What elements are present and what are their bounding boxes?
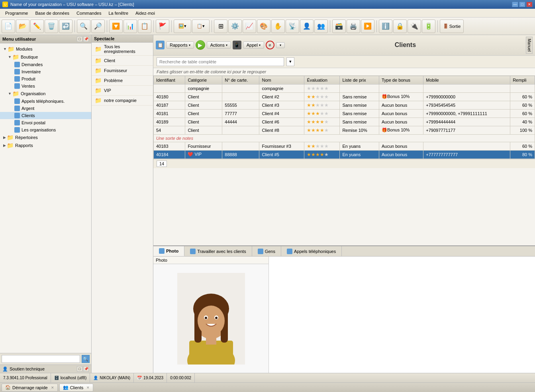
rss-button[interactable]: 📡 xyxy=(286,20,299,33)
tree-item-demandes[interactable]: Demandes xyxy=(0,61,91,68)
appel-button[interactable]: Appel ▾ xyxy=(243,41,264,49)
tree-item-repertoires[interactable]: ▶ 📁 Répertoires xyxy=(0,133,91,141)
minimize-button[interactable]: — xyxy=(512,2,518,7)
lock-button[interactable]: 🔒 xyxy=(393,20,407,33)
menu-database[interactable]: Base de données xyxy=(31,10,73,17)
undo-button[interactable]: ↩️ xyxy=(59,20,73,33)
new-button[interactable]: 📄 xyxy=(2,20,15,33)
tree-item-ventes[interactable]: Ventes xyxy=(0,82,91,90)
plugin-button[interactable]: 🔌 xyxy=(408,20,421,33)
cell-card xyxy=(222,84,259,92)
list-button[interactable]: 📋▾ xyxy=(192,20,210,33)
menu-commandes[interactable]: Commandes xyxy=(73,10,105,17)
edit-button[interactable]: ✏️ xyxy=(30,20,44,33)
actions-button[interactable]: Actions ▾ xyxy=(207,41,231,49)
col-header-prix[interactable]: Liste de prix xyxy=(340,76,379,84)
col-header-rempli[interactable]: Rempli xyxy=(510,76,535,84)
tree-item-envoi[interactable]: Envoi postal xyxy=(0,119,91,126)
user-button[interactable]: 👤 xyxy=(300,20,314,33)
hand-button[interactable]: ✋ xyxy=(271,20,285,33)
tree-item-boutique[interactable]: ▼ 📁 Boutique xyxy=(0,53,91,61)
table-row[interactable]: 40184❤️ VIP88888Client #5★★★★★En yuansAu… xyxy=(154,150,535,159)
delete-button[interactable]: 🗑️ xyxy=(45,20,58,33)
users-button[interactable]: 👥 xyxy=(314,20,328,33)
col-header-card[interactable]: N° de carte. xyxy=(222,76,259,84)
spec-item-fournisseur[interactable]: 📁 Fournisseur xyxy=(92,66,153,76)
stats-button[interactable]: 📈 xyxy=(243,20,256,33)
table-row[interactable]: 40183FournisseurFournisseur #3★★★★★En yu… xyxy=(154,142,535,150)
tree-item-appels[interactable]: Appels téléphoniques. xyxy=(0,98,91,105)
spec-item-all[interactable]: 📁 Tous les enregistrements xyxy=(92,43,153,56)
table-row[interactable]: 40187Client55555Client #3★★★★★Sans remis… xyxy=(154,101,535,109)
table-row[interactable]: 40189Client44444Client #6★★★★★Sans remis… xyxy=(154,118,535,126)
tree-item-produit[interactable]: Produit xyxy=(0,75,91,82)
sortie-button[interactable]: 🚪 Sortie xyxy=(440,20,464,33)
table-button[interactable]: 🗃️ xyxy=(332,20,346,33)
sidebar-restore-button[interactable]: □ xyxy=(77,36,82,42)
tree-item-clients[interactable]: Clients xyxy=(0,112,91,119)
color-button[interactable]: 🎨 xyxy=(257,20,270,33)
tab-travailler[interactable]: Travailler avec les clients xyxy=(184,246,252,256)
sidebar-pin-button[interactable]: 📌 xyxy=(83,36,89,42)
menu-window[interactable]: La fenêtre xyxy=(105,10,132,17)
tree-item-organisations[interactable]: Les organisations xyxy=(0,126,91,133)
actions-run-button[interactable]: ▶ xyxy=(196,40,205,50)
tab-photo[interactable]: Photo xyxy=(153,246,184,256)
close-button[interactable]: ✕ xyxy=(526,2,533,7)
print-button[interactable]: 🖨️ xyxy=(347,20,360,33)
filter3-button[interactable]: 📋 xyxy=(138,20,151,33)
task-clients[interactable]: 👥 Clients ✕ xyxy=(59,384,94,392)
tab-appels[interactable]: Appels téléphoniques xyxy=(281,246,342,256)
manual-button[interactable]: Manuel xyxy=(526,37,533,54)
extra-button[interactable]: ▾ xyxy=(276,42,285,48)
tree-item-modules[interactable]: ▼ 📁 Modules xyxy=(0,45,91,53)
table-row[interactable]: 40181Client77777Client #4★★★★★Sans remis… xyxy=(154,109,535,118)
support-pin-button[interactable]: 📌 xyxy=(83,366,89,372)
col-header-mobile[interactable]: Mobile xyxy=(423,76,510,84)
tree-label-organisation: Organisation xyxy=(21,91,45,96)
rapports-button[interactable]: Rapports ▾ xyxy=(166,41,194,49)
table-row[interactable]: 40180ClientClient #2★★★★★Sans remise🎁Bon… xyxy=(154,92,535,101)
spec-item-vip[interactable]: 📁 VIP xyxy=(92,86,153,96)
table-row[interactable]: 54ClientClient #8★★★★★Remise 10%🎁Bonus 1… xyxy=(154,126,535,134)
task-demarrage[interactable]: 🏠 Démarrage rapide ✕ xyxy=(2,384,58,392)
menu-help[interactable]: Aidez-moi xyxy=(132,10,159,17)
tree-item-argent[interactable]: Argent xyxy=(0,105,91,112)
info-button[interactable]: ℹ️ xyxy=(379,20,392,33)
open-button[interactable]: 📂 xyxy=(16,20,29,33)
menu-programme[interactable]: Programme xyxy=(2,10,31,17)
grid-button[interactable]: ⊞ xyxy=(214,20,227,33)
data-table-container[interactable]: Identifiant Catégorie N° de carte. Nom É… xyxy=(153,76,535,245)
search-dropdown-button[interactable]: ▾ xyxy=(286,57,294,66)
col-header-name[interactable]: Nom xyxy=(259,76,304,84)
support-restore-button[interactable]: □ xyxy=(77,366,82,372)
spec-item-company[interactable]: 📁 notre compagnie xyxy=(92,96,153,106)
table-row[interactable]: Une sorte de notes xyxy=(154,134,535,142)
task-close-demarrage[interactable]: ✕ xyxy=(51,386,54,390)
filter2-button[interactable]: 📊 xyxy=(123,20,137,33)
photo-button[interactable]: 🖼️▾ xyxy=(174,20,191,33)
maximize-button[interactable]: □ xyxy=(519,2,525,7)
search2-button[interactable]: 🔎 xyxy=(91,20,105,33)
flag-button[interactable]: 🚩 xyxy=(156,20,169,33)
col-header-rating[interactable]: Évaluation xyxy=(304,76,340,84)
spec-item-probleme[interactable]: 📁 Problème xyxy=(92,76,153,86)
tab-gens[interactable]: Gens xyxy=(252,246,281,256)
spec-item-client[interactable]: 📁 Client xyxy=(92,56,153,66)
sidebar-search-input[interactable] xyxy=(2,355,80,363)
tree-item-inventaire[interactable]: Inventaire xyxy=(0,68,91,75)
search-input[interactable] xyxy=(157,57,284,66)
filter-button[interactable]: 🔽 xyxy=(109,20,123,33)
sidebar-search-button[interactable]: 🔍 xyxy=(82,355,90,363)
col-header-category[interactable]: Catégorie xyxy=(185,76,222,84)
search-button[interactable]: 🔍 xyxy=(77,20,90,33)
table-row[interactable]: compagniecompagnie★★★★★ xyxy=(154,84,535,92)
tree-item-organisation[interactable]: ▼ 📁 Organisation xyxy=(0,90,91,98)
play-button[interactable]: ▶️ xyxy=(361,20,374,33)
battery-button[interactable]: 🔋 xyxy=(422,20,435,33)
task-close-clients[interactable]: ✕ xyxy=(86,386,90,390)
col-header-id[interactable]: Identifiant xyxy=(154,76,185,84)
settings-button[interactable]: ⚙️ xyxy=(228,20,242,33)
col-header-bonus[interactable]: Type de bonus xyxy=(379,76,423,84)
tree-item-rapports[interactable]: ▶ 📁 Rapports xyxy=(0,141,91,149)
